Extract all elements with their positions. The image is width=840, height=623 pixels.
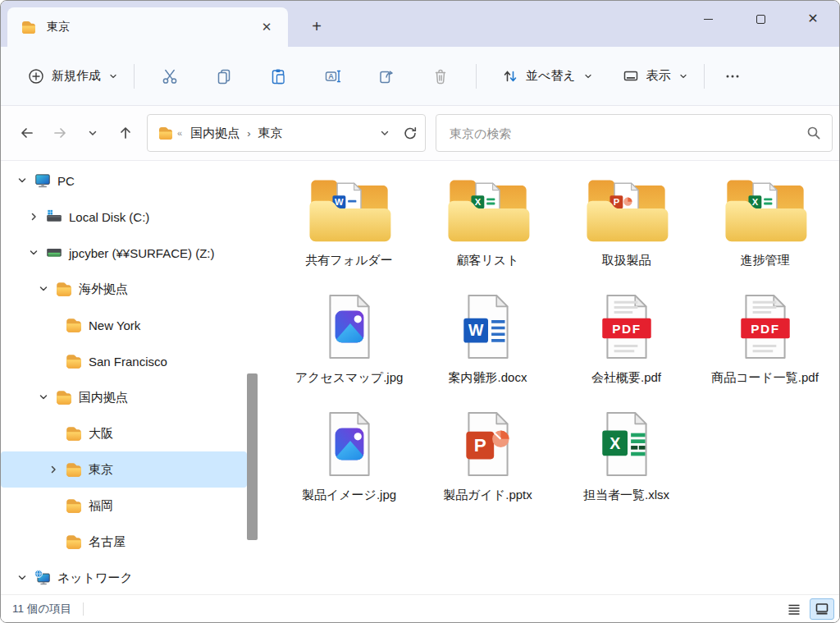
expand-chevron-icon[interactable] [12, 171, 32, 190]
titlebar[interactable]: 東京 ✕ + ✕ [1, 1, 839, 47]
plus-circle-icon [27, 67, 45, 85]
delete-button[interactable] [413, 58, 468, 94]
collapse-chevron-icon[interactable] [43, 460, 63, 479]
file-explorer-window: 東京 ✕ + ✕ 新規作成 [0, 0, 840, 623]
tab-title: 東京 [47, 20, 255, 34]
sort-icon [501, 67, 519, 85]
maximize-icon [756, 15, 765, 24]
file-item-label: 会社概要.pdf [591, 369, 661, 386]
list-view-icon [787, 602, 801, 616]
back-button[interactable] [11, 117, 43, 149]
file-item[interactable]: 案内雛形.docx [418, 288, 557, 386]
tab-tokyo[interactable]: 東京 ✕ [7, 7, 288, 47]
expand-chevron-icon[interactable] [24, 243, 43, 263]
expand-chevron-icon[interactable] [12, 568, 32, 588]
cut-button[interactable] [143, 58, 197, 94]
minimize-icon [704, 19, 713, 20]
refresh-icon[interactable] [402, 125, 418, 141]
powerpoint-file-icon [461, 410, 515, 478]
network-drive-icon [45, 244, 63, 262]
sidebar-item-nagoya[interactable]: 名古屋 [1, 524, 247, 560]
search-input[interactable] [450, 126, 806, 140]
trash-icon [431, 67, 450, 85]
folder-item[interactable]: 進捗管理 [696, 172, 834, 268]
sidebar-item-san-francisco[interactable]: San Francisco [1, 343, 247, 379]
paste-icon [269, 67, 287, 85]
sidebar-item-jpcyber-drive[interactable]: jpcyber (¥¥SURFACE) (Z:) [1, 235, 247, 271]
sort-button-label: 並べ替え [526, 68, 576, 84]
file-item[interactable]: 製品ガイド.pptx [418, 405, 557, 503]
folder-word-icon [304, 172, 395, 246]
sidebar-item-new-york[interactable]: New York [1, 307, 247, 343]
copy-button[interactable] [197, 58, 251, 94]
sidebar-item-overseas[interactable]: 海外拠点 [1, 271, 247, 307]
expand-chevron-icon[interactable] [34, 279, 53, 299]
chevron-down-icon [679, 72, 687, 80]
file-item[interactable]: 製品イメージ.jpg [280, 405, 418, 503]
view-button[interactable]: 表示 [614, 61, 696, 92]
file-item-label: 担当者一覧.xlsx [583, 486, 669, 503]
file-item[interactable]: 担当者一覧.xlsx [557, 405, 696, 503]
search-icon[interactable] [806, 125, 822, 141]
sidebar-item-pc[interactable]: PC [1, 163, 247, 199]
sidebar-scrollbar[interactable] [247, 373, 258, 540]
breadcrumb-item[interactable]: 東京 [253, 122, 287, 144]
folder-icon [55, 388, 73, 406]
more-button[interactable] [713, 58, 752, 94]
maximize-button[interactable] [734, 1, 787, 37]
sidebar-item-fukuoka[interactable]: 福岡 [1, 488, 247, 524]
disk-icon [45, 208, 63, 226]
sidebar-item-label: 福岡 [89, 498, 113, 514]
details-view-button[interactable] [782, 598, 806, 620]
folder-icon [158, 125, 174, 141]
expand-chevron-icon[interactable] [34, 387, 53, 407]
paste-button[interactable] [251, 58, 305, 94]
sidebar-item-label: San Francisco [89, 355, 167, 369]
minimize-button[interactable] [682, 1, 734, 37]
large-icons-view-icon [815, 602, 829, 616]
sidebar-item-local-disk[interactable]: Local Disk (C:) [1, 199, 247, 235]
sidebar-item-label: 名古屋 [89, 534, 126, 550]
new-button[interactable]: 新規作成 [19, 61, 126, 92]
sidebar-item-label: New York [89, 318, 140, 332]
address-row: « 国内拠点 › 東京 [1, 106, 839, 161]
folder-item[interactable]: 共有フォルダー [280, 172, 418, 268]
rename-button[interactable]: A [305, 58, 359, 94]
sidebar-item-network[interactable]: ネットワーク [1, 560, 247, 596]
forward-button[interactable] [43, 117, 76, 149]
file-item[interactable]: 会社概要.pdf [557, 288, 696, 386]
sidebar-item-label: Local Disk (C:) [69, 210, 149, 224]
close-icon: ✕ [807, 12, 818, 25]
folder-item-label: 顧客リスト [456, 251, 518, 268]
file-item[interactable]: 商品コード一覧.pdf [696, 288, 834, 386]
rename-icon: A [323, 67, 341, 85]
expander-spacer [43, 315, 63, 335]
file-item[interactable]: アクセスマップ.jpg [280, 288, 418, 386]
breadcrumb-separator[interactable]: › [244, 127, 253, 140]
file-item-label: 商品コード一覧.pdf [711, 369, 819, 386]
large-icons-view-button[interactable] [810, 598, 834, 620]
address-bar[interactable]: « 国内拠点 › 東京 [147, 114, 426, 152]
expander-spacer [43, 424, 63, 443]
svg-text:A: A [328, 72, 334, 80]
view-toggle-group [782, 598, 834, 620]
folder-excel-icon [719, 172, 811, 246]
close-button[interactable]: ✕ [787, 1, 839, 37]
sidebar-item-osaka[interactable]: 大阪 [1, 415, 247, 451]
folder-item[interactable]: 取扱製品 [557, 172, 696, 268]
sort-button[interactable]: 並べ替え [493, 61, 600, 92]
breadcrumb-overflow[interactable]: « [174, 128, 185, 138]
sidebar-item-tokyo[interactable]: 東京 [1, 451, 247, 488]
share-button[interactable] [359, 58, 413, 94]
address-dropdown-icon[interactable] [379, 127, 390, 139]
breadcrumb-item[interactable]: 国内拠点 [185, 122, 244, 144]
sidebar-item-domestic[interactable]: 国内拠点 [1, 379, 247, 415]
new-tab-button[interactable]: + [303, 12, 331, 40]
search-box[interactable] [436, 114, 833, 152]
recent-locations-button[interactable] [76, 117, 109, 149]
up-button[interactable] [109, 117, 142, 149]
folder-item[interactable]: 顧客リスト [418, 172, 557, 268]
folder-excel-icon [442, 172, 534, 246]
collapse-chevron-icon[interactable] [24, 207, 43, 227]
tab-close-icon[interactable]: ✕ [255, 16, 278, 39]
